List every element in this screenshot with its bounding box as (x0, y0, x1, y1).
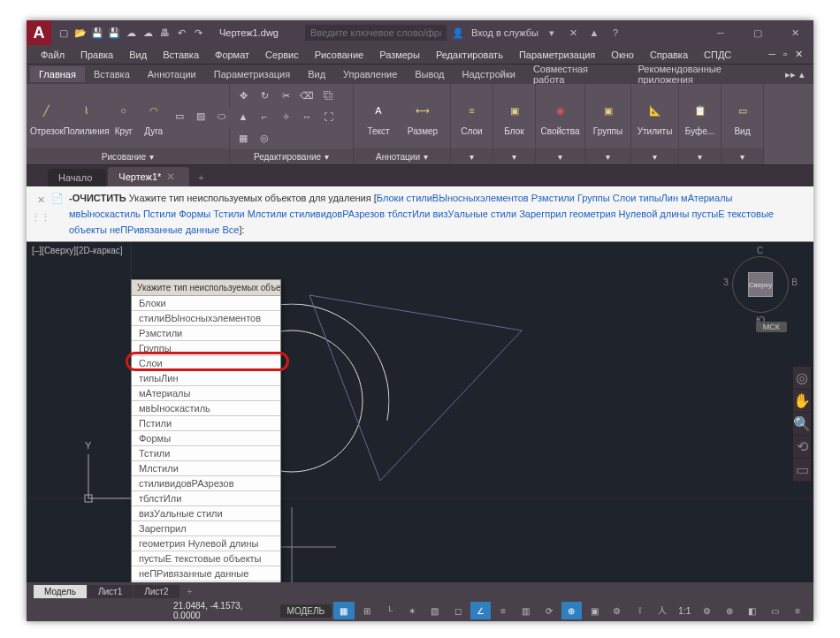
layout-sheet2[interactable]: Лист2 (134, 585, 179, 598)
nav-show-icon[interactable]: ▭ (793, 459, 811, 482)
osnap-icon[interactable]: ◻ (447, 602, 469, 619)
ellipse-icon[interactable]: ⬭ (212, 107, 232, 126)
model-space-button[interactable]: МОДЕЛЬ (280, 604, 332, 618)
cmd-close-icon[interactable]: ✕ (37, 192, 45, 208)
ortho-icon[interactable]: └ (379, 602, 401, 619)
workspace-icon[interactable]: ⚙ (696, 602, 717, 619)
snap-icon[interactable]: ⊞ (356, 602, 378, 619)
new-tab-button[interactable]: + (191, 169, 210, 186)
groups-button[interactable]: ▣Группы (589, 87, 627, 147)
popup-item[interactable]: стиливидовРАзрезов (132, 476, 280, 491)
copy-icon[interactable]: ⿻ (318, 86, 338, 105)
hatch-icon[interactable]: ▨ (191, 107, 210, 126)
layout-add-button[interactable]: + (180, 585, 200, 598)
close-button[interactable]: ✕ (776, 20, 813, 45)
close-tab-icon[interactable]: ✕ (166, 171, 175, 183)
ribbon-collapse-icon[interactable]: ▴ (799, 69, 805, 80)
cloud-save-icon[interactable]: ☁ (141, 26, 155, 40)
tab-home[interactable]: Главная (30, 66, 85, 82)
tab-start[interactable]: Начало (48, 169, 106, 186)
tab-view[interactable]: Вид (299, 66, 334, 82)
menu-spds[interactable]: СПДС (697, 48, 738, 62)
mdi-restore-icon[interactable]: ▫ (780, 49, 790, 60)
utils-button[interactable]: 📐Утилиты (635, 87, 675, 147)
user-icon[interactable]: 👤 (450, 25, 466, 41)
save-icon[interactable]: 💾 (90, 26, 104, 40)
popup-item[interactable]: Формы (132, 431, 280, 446)
anno-mon-icon[interactable]: ⊕ (719, 602, 740, 619)
popup-item[interactable]: геометрия Нулевой длины (132, 536, 280, 551)
clean-icon[interactable]: ▭ (764, 602, 785, 619)
offset-icon[interactable]: ◎ (255, 128, 274, 148)
layout-model[interactable]: Модель (34, 585, 87, 598)
popup-item[interactable]: тблстИли (132, 491, 280, 506)
iso-icon[interactable]: ▨ (424, 602, 446, 619)
otrack-icon[interactable]: ∠ (470, 602, 492, 619)
units-icon[interactable]: ⟟ (630, 602, 651, 619)
menu-draw[interactable]: Рисование (308, 48, 370, 62)
nav-orbit-icon[interactable]: ⟲ (793, 436, 811, 459)
coord-system-label[interactable]: МСК (756, 322, 787, 332)
search-input[interactable] (305, 25, 447, 41)
app-icon[interactable]: ▲ (586, 25, 602, 41)
popup-item[interactable]: Рзмстили (132, 326, 280, 341)
app-logo[interactable]: A (27, 20, 51, 45)
dropdown-icon[interactable]: ▾ (544, 25, 560, 41)
block-button[interactable]: ▣Блок (497, 87, 531, 147)
layers-button[interactable]: ≡Слои (454, 87, 489, 147)
panel-draw-title[interactable]: Рисование ▾ (27, 148, 229, 164)
menu-insert[interactable]: Вставка (156, 48, 206, 62)
menu-modify[interactable]: Редактировать (429, 48, 510, 62)
login-link[interactable]: Вход в службы (471, 27, 538, 38)
tab-addins[interactable]: Надстройки (454, 66, 524, 82)
nav-zoom-icon[interactable]: 🔍 (793, 413, 811, 436)
help-icon[interactable]: ? (607, 25, 623, 41)
popup-item[interactable]: пустыЕ текстовые объекты (132, 551, 280, 566)
scale-label[interactable]: 1:1 (675, 606, 694, 616)
saveas-icon[interactable]: 💾 (107, 26, 121, 40)
dyn-input-icon[interactable]: ⊕ (561, 602, 583, 619)
popup-item[interactable]: Тстили (132, 446, 280, 461)
menu-help[interactable]: Справка (643, 48, 695, 62)
customize-icon[interactable]: ≡ (787, 602, 808, 619)
popup-item[interactable]: мвЫноскастиль (132, 401, 280, 416)
lwt-icon[interactable]: ≡ (493, 602, 514, 619)
mdi-min-icon[interactable]: ─ (765, 49, 779, 60)
sc-icon[interactable]: ⚙ (607, 602, 628, 619)
text-button[interactable]: AТекст (357, 87, 400, 147)
popup-item[interactable]: типыЛин (132, 371, 280, 386)
layout-sheet1[interactable]: Лист1 (88, 585, 133, 598)
tab-insert[interactable]: Вставка (85, 66, 139, 82)
cmd-handle-icon[interactable]: ⋮⋮ (31, 209, 50, 225)
ribbon-play-icon[interactable]: ▸▸ (785, 69, 796, 80)
menu-view[interactable]: Вид (122, 48, 154, 62)
line-button[interactable]: ╱Отрезок (30, 87, 64, 147)
rotate-icon[interactable]: ↻ (255, 86, 274, 105)
mdi-close-icon[interactable]: ✕ (791, 49, 806, 60)
open-icon[interactable]: 📂 (73, 26, 88, 40)
view-button[interactable]: ▭Вид (725, 87, 760, 147)
nav-wheel-icon[interactable]: ◎ (793, 367, 811, 390)
popup-item[interactable]: мАтериалы (132, 386, 280, 401)
polar-icon[interactable]: ✶ (401, 602, 423, 619)
minimize-button[interactable]: ─ (702, 20, 739, 45)
popup-item[interactable]: стилиВЫносныхэлементов (132, 311, 280, 326)
menu-file[interactable]: Файл (34, 48, 72, 62)
cloud-open-icon[interactable]: ☁ (124, 26, 138, 40)
circle-button[interactable]: ○Круг (110, 87, 138, 147)
popup-item[interactable]: Пстили (132, 416, 280, 431)
fillet-icon[interactable]: ⌐ (255, 107, 274, 126)
move-icon[interactable]: ✥ (233, 86, 253, 105)
clipboard-button[interactable]: 📋Буфе... (683, 87, 717, 147)
props-button[interactable]: ◉Свойства (539, 87, 581, 147)
tab-manage[interactable]: Управление (334, 66, 406, 82)
drawing-canvas[interactable]: Свойства [–][Сверху][2D-каркас] X Y Свер… (27, 242, 813, 582)
mirror-icon[interactable]: ▲ (233, 107, 253, 126)
print-icon[interactable]: 🖶 (157, 26, 172, 40)
rect-icon[interactable]: ▭ (170, 107, 189, 126)
undo-icon[interactable]: ↶ (174, 26, 188, 40)
popup-item[interactable]: Все (132, 581, 280, 582)
tab-drawing[interactable]: Чертеж1*✕ (108, 167, 189, 186)
anno-scale-icon[interactable]: 人 (653, 602, 674, 619)
menu-window[interactable]: Окно (604, 48, 641, 62)
